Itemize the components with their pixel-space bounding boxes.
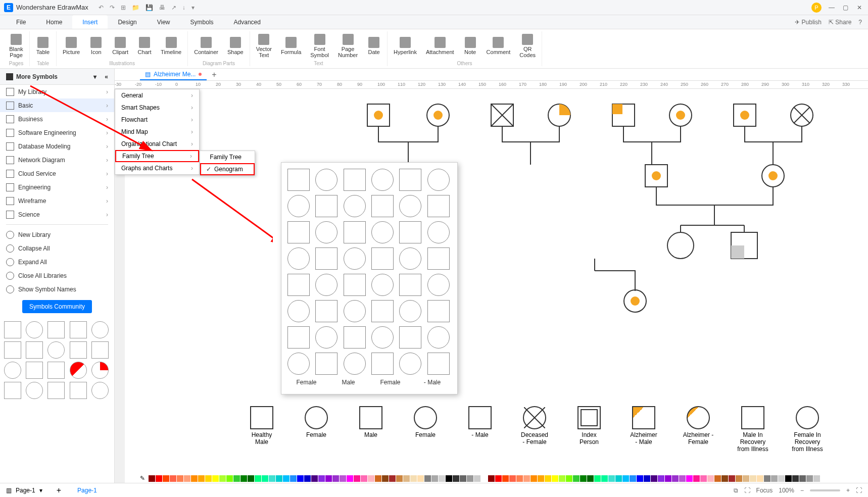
sidebar-item-wireframe[interactable]: Wireframe› — [0, 194, 114, 208]
undo-icon[interactable]: ↶ — [99, 4, 104, 11]
genogram-symbol[interactable] — [287, 353, 310, 375]
color-swatch[interactable] — [361, 475, 367, 482]
color-swatch[interactable] — [771, 475, 778, 482]
color-swatch[interactable] — [233, 475, 240, 482]
genogram-symbol[interactable] — [399, 353, 421, 375]
genogram-symbol[interactable] — [399, 169, 421, 191]
eyedropper-icon[interactable]: ✎ — [140, 475, 145, 482]
color-swatch[interactable] — [156, 475, 162, 482]
genogram-symbol[interactable] — [371, 300, 394, 322]
color-swatch[interactable] — [806, 475, 813, 482]
color-swatch[interactable] — [439, 475, 445, 482]
shape-thumb[interactable] — [70, 362, 87, 379]
genogram-symbol[interactable] — [287, 326, 310, 349]
genogram-symbol[interactable] — [371, 247, 394, 270]
color-swatch[interactable] — [750, 475, 756, 482]
color-swatch[interactable] — [304, 475, 311, 482]
close-icon[interactable]: ✕ — [857, 4, 864, 11]
color-swatch[interactable] — [630, 475, 636, 482]
color-swatch[interactable] — [545, 475, 551, 482]
shape-thumb[interactable] — [70, 382, 87, 399]
menu-insert[interactable]: Insert — [72, 15, 108, 29]
fullscreen-icon[interactable]: ⛶ — [856, 487, 862, 494]
genogram-symbol[interactable] — [399, 247, 421, 270]
ribbon-font-symbol[interactable]: FontSymbol — [306, 31, 333, 61]
genogram-symbol[interactable] — [427, 247, 450, 270]
genogram-symbol[interactable] — [399, 300, 421, 322]
export-icon[interactable]: ↗ — [171, 4, 176, 11]
genogram-symbol[interactable] — [287, 195, 310, 217]
submenu2-item-genogram[interactable]: ✓Genogram — [200, 163, 255, 175]
color-swatch[interactable] — [332, 475, 339, 482]
ribbon-comment[interactable]: Comment — [483, 31, 515, 61]
shape-thumb[interactable] — [47, 341, 65, 359]
open-icon[interactable]: 📁 — [132, 4, 139, 11]
genogram-symbol[interactable] — [287, 300, 310, 322]
ribbon-hyperlink[interactable]: Hyperlink — [390, 31, 421, 61]
ribbon-icon[interactable]: Icon — [85, 31, 107, 61]
color-swatch[interactable] — [799, 475, 806, 482]
color-swatch[interactable] — [389, 475, 396, 482]
color-swatch[interactable] — [276, 475, 282, 482]
genogram-symbol[interactable] — [315, 169, 337, 191]
color-swatch[interactable] — [311, 475, 318, 482]
color-swatch[interactable] — [679, 475, 686, 482]
shape-thumb[interactable] — [26, 362, 43, 379]
color-swatch[interactable] — [403, 475, 410, 482]
import-icon[interactable]: ↓ — [182, 4, 185, 11]
ribbon-chart[interactable]: Chart — [133, 31, 156, 61]
color-swatch[interactable] — [488, 475, 495, 482]
sidebar-util-close-all-libraries[interactable]: Close All Libraries — [0, 269, 114, 282]
color-swatch[interactable] — [686, 475, 693, 482]
color-swatch[interactable] — [736, 475, 742, 482]
minimize-icon[interactable]: — — [829, 4, 836, 11]
ribbon-vector-text[interactable]: VectorText — [252, 31, 276, 61]
shape-thumb[interactable] — [91, 341, 109, 359]
genogram-symbol[interactable] — [344, 274, 366, 296]
shape-thumb[interactable] — [26, 321, 43, 338]
submenu2-item-family-tree[interactable]: Family Tree — [200, 151, 255, 163]
sidebar-util-show-symbol-names[interactable]: Show Symbol Names — [0, 282, 114, 296]
color-swatch[interactable] — [410, 475, 417, 482]
shape-thumb[interactable] — [91, 321, 109, 338]
genogram-symbol[interactable] — [371, 326, 394, 349]
zoom-slider[interactable] — [810, 489, 840, 491]
color-swatch[interactable] — [495, 475, 502, 482]
genogram-symbol[interactable] — [427, 169, 450, 191]
menu-home[interactable]: Home — [36, 15, 72, 29]
color-swatch[interactable] — [382, 475, 389, 482]
color-swatch[interactable] — [453, 475, 459, 482]
genogram-symbol[interactable] — [315, 221, 337, 243]
zoom-out-button[interactable]: − — [800, 487, 804, 494]
menu-design[interactable]: Design — [108, 15, 147, 29]
menu-advanced[interactable]: Advanced — [224, 15, 271, 29]
genogram-symbol[interactable] — [427, 195, 450, 217]
color-swatch[interactable] — [354, 475, 360, 482]
qat-more-icon[interactable]: ▾ — [191, 4, 195, 11]
color-swatch[interactable] — [240, 475, 247, 482]
ribbon-attachment[interactable]: Attachment — [422, 31, 458, 61]
focus-label[interactable]: Focus — [756, 487, 773, 494]
save-icon[interactable]: 💾 — [146, 4, 153, 11]
color-swatch[interactable] — [262, 475, 268, 482]
genogram-symbol[interactable] — [315, 353, 337, 375]
genogram-symbol[interactable] — [427, 353, 450, 375]
genogram-symbol[interactable] — [287, 221, 310, 243]
more-symbols-button[interactable]: More Symbols ▾ « — [0, 69, 114, 85]
color-swatch[interactable] — [757, 475, 763, 482]
color-swatch[interactable] — [714, 475, 721, 482]
color-swatch[interactable] — [608, 475, 615, 482]
shape-thumb[interactable] — [26, 382, 43, 399]
maximize-icon[interactable]: ▢ — [843, 4, 850, 11]
genogram-symbol[interactable] — [315, 274, 337, 296]
genogram-symbol[interactable] — [399, 195, 421, 217]
color-swatch[interactable] — [729, 475, 735, 482]
color-swatch[interactable] — [721, 475, 728, 482]
ribbon-qr-codes[interactable]: QRCodes — [515, 31, 540, 61]
help-icon[interactable]: ? — [858, 19, 862, 26]
menu-file[interactable]: File — [6, 15, 36, 29]
color-swatch[interactable] — [644, 475, 650, 482]
color-swatch[interactable] — [587, 475, 594, 482]
genogram-symbol[interactable] — [427, 274, 450, 296]
genogram-symbol[interactable] — [371, 169, 394, 191]
